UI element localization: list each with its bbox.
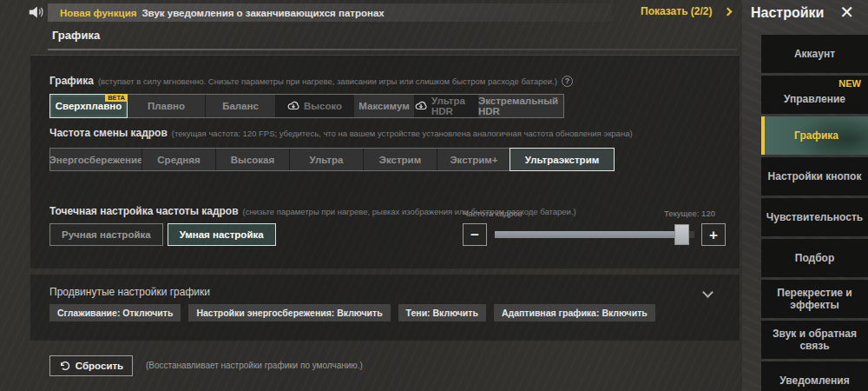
reset-button[interactable]: Сбросить: [49, 355, 133, 376]
graphics-quality-description: (вступает в силу мгновенно. Снизьте пара…: [98, 76, 557, 86]
option-label: Сверхплавно: [56, 101, 122, 111]
framerate-header: Частота смены кадров (текущая частота: 1…: [49, 127, 633, 139]
close-icon[interactable]: ✕: [839, 2, 854, 23]
chevron-down-icon[interactable]: [702, 287, 713, 298]
option-label: Ультра HDR: [431, 96, 477, 116]
sidebar-item-graphics[interactable]: Графика: [761, 116, 868, 155]
option-ultra-extreme[interactable]: Ультраэкстрим: [510, 148, 615, 171]
advanced-tags: Сглаживание: Отключить Настройки энергос…: [49, 304, 655, 321]
option-label: Высоко: [304, 101, 342, 111]
option-label: Экстрим: [379, 155, 421, 165]
option-balanced[interactable]: Баланс: [205, 95, 275, 117]
graphics-quality-header: Графика (вступает в силу мгновенно. Сниз…: [49, 75, 573, 87]
option-ultra-smooth[interactable]: Сверхплавно BETA: [49, 94, 128, 118]
slider-current-value: Текущее: 120: [664, 209, 715, 218]
smart-mode-button[interactable]: Умная настройка: [168, 223, 276, 246]
reset-label: Сбросить: [76, 361, 123, 371]
tag-power-saving: Настройки энергосбережения: Включить: [188, 304, 390, 321]
settings-title: Настройки: [751, 5, 824, 21]
option-label: Баланс: [222, 101, 259, 111]
fine-tune-modes: Ручная настройка Умная настройка: [49, 223, 276, 246]
tag-antialiasing: Сглаживание: Отключить: [49, 304, 181, 321]
option-label: Максимум: [358, 101, 409, 111]
mode-label: Умная настройка: [180, 229, 264, 240]
option-smooth[interactable]: Плавно: [127, 95, 205, 117]
sidebar-item-matchmaking[interactable]: Подбор: [761, 239, 868, 277]
option-high[interactable]: Высокая: [215, 149, 289, 170]
framerate-slider-track[interactable]: [495, 231, 694, 238]
option-label: Экстрим+: [450, 155, 497, 165]
option-ultra-hd[interactable]: Максимум: [353, 95, 414, 117]
option-extreme-hdr[interactable]: Экстремальный HDR: [477, 95, 563, 117]
option-label: Экстремальный HDR: [478, 96, 563, 116]
sidebar-item-label: Звук и обратная связь: [761, 328, 868, 352]
option-ultra-hdr[interactable]: Ультра HDR: [414, 95, 477, 117]
sidebar-item-button-settings[interactable]: Настройки кнопок: [761, 157, 868, 196]
framerate-title: Частота смены кадров: [49, 127, 168, 139]
tab-divider: [48, 49, 738, 50]
sidebar-item-sound-feedback[interactable]: Звук и обратная связь: [761, 321, 868, 359]
tag-adaptive-graphics: Адаптивная графика: Включить: [494, 304, 655, 321]
reset-description: (Восстанавливает настройки графики по ум…: [146, 361, 363, 370]
show-label: Показать (2/2): [641, 5, 713, 17]
graphics-quality-options: Сверхплавно BETA Плавно Баланс Высоко Ма…: [49, 94, 564, 118]
cloud-download-icon: [287, 101, 299, 111]
cloud-download-icon: [415, 101, 427, 111]
fine-tune-title: Точечная настройка частоты кадров: [49, 205, 239, 217]
manual-mode-button[interactable]: Ручная настройка: [49, 223, 163, 246]
sidebar-item-notifications[interactable]: Уведомления: [761, 361, 868, 391]
option-label: Ультра: [310, 155, 344, 165]
slider-thumb[interactable]: [674, 224, 689, 245]
tag-shadows: Тени: Включить: [398, 304, 486, 321]
framerate-plus-button[interactable]: +: [701, 223, 726, 246]
announcement-banner[interactable]: Новая функция Звук уведомления о заканчи…: [48, 3, 612, 22]
sidebar-item-controls[interactable]: NEW Управление: [761, 76, 868, 114]
help-icon[interactable]: ?: [562, 76, 573, 87]
sidebar-item-label: Настройки кнопок: [768, 170, 862, 182]
sidebar-item-label: Чувствительность: [766, 211, 863, 223]
tab-graphics[interactable]: Графика: [52, 29, 100, 42]
announcement-tag: Новая функция: [60, 8, 136, 18]
sidebar-item-crosshair-effects[interactable]: Перекрестие и эффекты: [761, 280, 868, 318]
sidebar-items: Аккаунт NEW Управление Графика Настройки…: [761, 35, 868, 391]
sidebar-item-label: Аккаунт: [794, 48, 835, 60]
sidebar-item-label: Уведомления: [779, 374, 849, 387]
sidebar-item-sensitivity[interactable]: Чувствительность: [761, 198, 868, 236]
show-announcements-link[interactable]: Показать (2/2): [641, 5, 731, 17]
option-extreme-plus[interactable]: Экстрим+: [437, 149, 510, 170]
option-label: Плавно: [148, 101, 185, 111]
sidebar-item-label: Графика: [794, 129, 838, 142]
framerate-minus-button[interactable]: −: [463, 223, 487, 246]
advanced-title: Продвинутые настройки графики: [49, 286, 210, 298]
option-ultra[interactable]: Ультра: [289, 149, 363, 170]
option-hd[interactable]: Высоко: [275, 95, 353, 117]
reset-icon: [59, 361, 70, 371]
sidebar-item-label: Перекрестие и эффекты: [761, 287, 868, 311]
sidebar-item-label: Управление: [784, 93, 845, 105]
graphics-quality-title: Графика: [49, 75, 94, 87]
framerate-description: (текущая частота: 120 FPS; убедитесь, чт…: [172, 129, 633, 138]
option-medium[interactable]: Средняя: [141, 149, 215, 170]
option-extreme[interactable]: Экстрим: [363, 149, 437, 170]
mode-label: Ручная настройка: [62, 229, 151, 240]
announcement-text: Звук уведомления о заканчивающихся патро…: [141, 8, 384, 18]
chevron-right-icon: [723, 7, 732, 16]
option-label: Ультраэкстрим: [525, 155, 599, 165]
option-power-saving[interactable]: Энергосбережение: [50, 149, 141, 170]
speaker-icon: [28, 4, 45, 20]
slider-label: Частота кадров: [463, 209, 523, 218]
framerate-options: Энергосбережение Средняя Высокая Ультра …: [49, 148, 615, 171]
fine-tune-description: (снизьте параметры при нагреве, рывках и…: [243, 207, 576, 216]
option-label: Высокая: [231, 155, 274, 165]
option-label: Энергосбережение: [49, 155, 143, 165]
option-label: Средняя: [157, 155, 200, 165]
sidebar-item-account[interactable]: Аккаунт: [761, 35, 868, 73]
advanced-graphics-panel[interactable]: Продвинутые настройки графики Сглаживани…: [30, 275, 740, 341]
beta-badge: BETA: [105, 94, 128, 102]
settings-sidebar: Настройки ✕ Аккаунт NEW Управление Графи…: [742, 0, 868, 391]
slider-fill: [495, 231, 682, 238]
sidebar-item-label: Подбор: [795, 252, 835, 264]
new-badge: NEW: [838, 78, 861, 89]
